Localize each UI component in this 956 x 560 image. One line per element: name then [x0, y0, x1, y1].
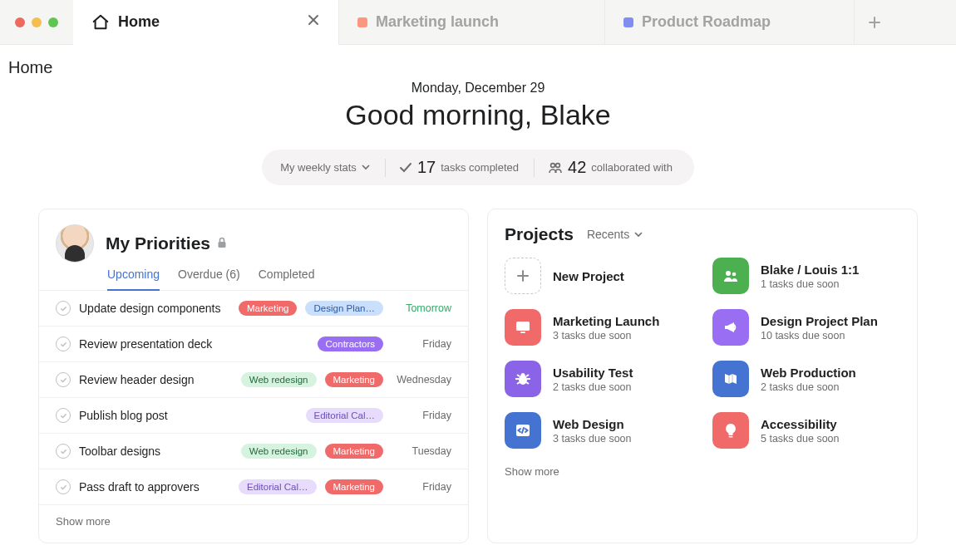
project-text: Blake / Louis 1:11 tasks due soon [761, 263, 859, 290]
project-item[interactable]: Web Design3 tasks due soon [505, 412, 692, 449]
projects-grid: New ProjectBlake / Louis 1:11 tasks due … [488, 253, 917, 449]
divider [385, 159, 386, 177]
window-close-button[interactable] [15, 17, 25, 27]
project-item[interactable]: Usability Test2 tasks due soon [505, 361, 692, 397]
project-badge[interactable]: Web redesign [241, 372, 317, 387]
project-name: New Project [553, 269, 624, 283]
task-complete-checkbox[interactable] [56, 372, 71, 387]
task-due: Friday [392, 481, 451, 493]
svg-line-19 [517, 382, 520, 384]
projects-title: Projects [505, 224, 574, 244]
task-due: Tomorrow [392, 302, 451, 314]
task-row[interactable]: Update design componentsMarketingDesign … [39, 291, 468, 327]
task-complete-checkbox[interactable] [56, 301, 71, 316]
project-badge[interactable]: Marketing [239, 301, 298, 316]
task-complete-checkbox[interactable] [56, 479, 71, 494]
stat-count: 17 [417, 158, 436, 177]
window-tabbar: Home Marketing launch Product Roadmap [0, 0, 956, 45]
stats-dropdown[interactable]: My weekly stats [280, 161, 385, 174]
task-row[interactable]: Pass draft to approversEditorial Cal…Mar… [39, 469, 468, 505]
project-item[interactable]: Blake / Louis 1:11 tasks due soon [712, 258, 900, 294]
task-row[interactable]: Toolbar designsWeb redesignMarketingTues… [39, 434, 468, 469]
bug-icon [505, 361, 541, 397]
project-subtitle: 3 tasks due soon [553, 330, 659, 341]
project-color-dot [623, 17, 633, 27]
close-tab-icon[interactable] [307, 13, 320, 31]
task-title: Toolbar designs [79, 445, 233, 458]
project-name: Web Design [553, 417, 632, 431]
svg-rect-25 [729, 436, 733, 438]
project-subtitle: 2 tasks due soon [553, 381, 633, 393]
project-badge[interactable]: Design Plan… [305, 301, 383, 316]
projects-sort-dropdown[interactable]: Recents [587, 228, 643, 241]
divider [534, 159, 535, 177]
task-title: Pass draft to approvers [79, 480, 230, 494]
task-due: Tuesday [392, 445, 451, 457]
lock-icon [217, 237, 227, 251]
task-due: Wednesday [392, 374, 451, 386]
project-item[interactable]: Accessibility5 tasks due soon [712, 412, 900, 449]
project-item[interactable]: Design Project Plan10 tasks due soon [712, 309, 900, 346]
tab-label: Home [118, 13, 298, 31]
stats-bar: My weekly stats 17 tasks completed 42 co… [262, 150, 694, 185]
project-badge[interactable]: Web redesign [241, 444, 317, 459]
project-badge[interactable]: Contractors [318, 336, 383, 351]
tab-label: Marketing launch [376, 13, 586, 31]
project-text: Marketing Launch3 tasks due soon [553, 314, 659, 341]
chevron-down-icon [362, 161, 370, 174]
project-subtitle: 3 tasks due soon [553, 433, 632, 445]
priorities-title: My Priorities [106, 233, 210, 253]
bulb-icon [712, 412, 749, 449]
priorities-tab-upcoming[interactable]: Upcoming [107, 268, 160, 291]
project-badge[interactable]: Editorial Cal… [239, 479, 317, 494]
svg-line-18 [526, 375, 529, 376]
project-name: Blake / Louis 1:1 [761, 263, 859, 277]
projects-header: Projects Recents [488, 224, 917, 253]
priorities-header: My Priorities [39, 224, 468, 263]
project-badge[interactable]: Marketing [325, 479, 384, 494]
tab-product-roadmap[interactable]: Product Roadmap [605, 0, 855, 45]
priorities-title-row: My Priorities [106, 233, 227, 253]
task-complete-checkbox[interactable] [56, 408, 71, 423]
project-name: Accessibility [761, 417, 840, 431]
priorities-tab-completed[interactable]: Completed [259, 268, 315, 290]
stat-collaborated: 42 collaborated with [548, 158, 676, 177]
tab-marketing-launch[interactable]: Marketing launch [339, 0, 605, 45]
project-item[interactable]: Marketing Launch3 tasks due soon [505, 309, 692, 346]
task-list: Update design componentsMarketingDesign … [39, 291, 468, 505]
task-complete-checkbox[interactable] [56, 444, 71, 459]
task-due: Friday [392, 410, 451, 421]
task-title: Review presentation deck [79, 337, 309, 351]
avatar[interactable] [56, 224, 94, 263]
stats-dropdown-label: My weekly stats [280, 161, 357, 174]
task-row[interactable]: Review presentation deckContractorsFrida… [39, 327, 468, 362]
priorities-tab-overdue[interactable]: Overdue (6) [178, 268, 240, 290]
people-icon [712, 258, 749, 294]
new-tab-button[interactable] [855, 16, 894, 29]
project-color-dot [357, 17, 367, 27]
svg-point-5 [556, 163, 560, 167]
window-minimize-button[interactable] [32, 17, 42, 27]
svg-rect-11 [516, 322, 530, 331]
window-maximize-button[interactable] [48, 17, 58, 27]
cards-row: My Priorities Upcoming Overdue (6) Compl… [0, 185, 956, 543]
svg-rect-6 [219, 242, 226, 248]
project-badge[interactable]: Marketing [325, 372, 384, 387]
task-title: Review header design [79, 373, 233, 386]
projects-dropdown-label: Recents [587, 228, 629, 241]
priorities-show-more[interactable]: Show more [39, 505, 468, 531]
tab-home[interactable]: Home [73, 0, 339, 45]
card-projects: Projects Recents New ProjectBlake / Loui… [487, 209, 918, 543]
card-my-priorities: My Priorities Upcoming Overdue (6) Compl… [38, 209, 469, 543]
task-complete-checkbox[interactable] [56, 336, 71, 351]
project-badge[interactable]: Marketing [325, 444, 384, 459]
task-row[interactable]: Review header designWeb redesignMarketin… [39, 362, 468, 398]
hero-greeting: Good morning, Blake [0, 99, 956, 131]
project-item[interactable]: Web Production2 tasks due soon [712, 361, 900, 397]
project-item[interactable]: New Project [505, 258, 692, 294]
project-badge[interactable]: Editorial Cal… [306, 408, 384, 423]
projects-show-more[interactable]: Show more [488, 449, 917, 481]
task-row[interactable]: Publish blog postEditorial Cal…Friday [39, 398, 468, 434]
priorities-tabs: Upcoming Overdue (6) Completed [39, 263, 468, 291]
svg-point-10 [732, 273, 737, 277]
